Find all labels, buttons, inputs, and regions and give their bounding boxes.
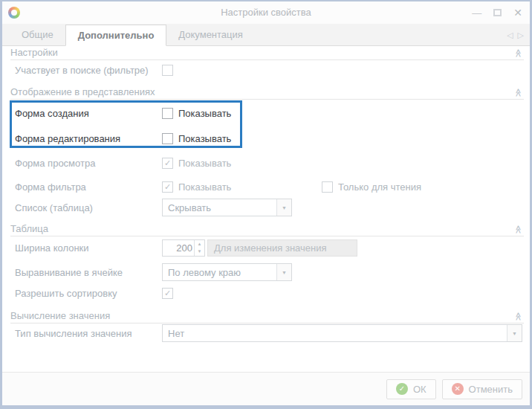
section-title: Вычисление значения — [10, 310, 110, 321]
section-header-table: Таблица ≪ — [10, 223, 524, 236]
collapse-icon[interactable]: ≪ — [514, 225, 524, 234]
row-search-filter: Участвует в поиске (фильтре) — [15, 61, 522, 79]
search-filter-label: Участвует в поиске (фильтре) — [15, 65, 149, 76]
calc-type-label: Тип вычисления значения — [15, 328, 132, 339]
dialog-footer: ✓ ОК ✕ Отменить — [2, 372, 530, 405]
property-settings-dialog: Настройки свойства — ✕ Общие Дополнитель… — [0, 0, 532, 409]
section-header-display: Отображение в представлениях ≪ — [10, 86, 524, 100]
cancel-button[interactable]: ✕ Отменить — [442, 379, 522, 399]
close-icon[interactable]: ✕ — [513, 7, 522, 18]
minimize-icon[interactable]: — — [472, 8, 481, 18]
collapse-icon[interactable]: ≪ — [514, 88, 524, 97]
create-form-checkbox[interactable] — [162, 108, 173, 119]
chevron-down-icon[interactable]: ▼ — [276, 264, 291, 280]
view-form-checkbox-label: Показывать — [178, 158, 231, 169]
filter-form-checkbox[interactable]: ✓ — [162, 181, 173, 193]
dropdown-value: Нет — [163, 328, 507, 339]
row-edit-form: Форма редактирования Показывать — [15, 129, 522, 147]
row-create-form: Форма создания Показывать — [15, 104, 522, 122]
edit-form-label: Форма редактирования — [15, 133, 120, 144]
dropdown-value: Скрывать — [163, 202, 276, 213]
tab-scroll-right-icon[interactable]: ▷ — [518, 30, 524, 40]
row-filter-form: Форма фильтра ✓ Показывать Только для чт… — [15, 178, 522, 196]
readonly-checkbox-label: Только для чтения — [338, 181, 421, 193]
ok-button[interactable]: ✓ ОК — [386, 379, 436, 399]
window-title: Настройки свойства — [2, 1, 530, 24]
allow-sort-label: Разрешить сортировку — [15, 288, 117, 299]
cancel-icon: ✕ — [452, 383, 464, 395]
column-width-spinner[interactable]: 200 ▲ ▼ — [162, 239, 205, 257]
dropdown-value: По левому краю — [163, 267, 276, 278]
collapse-icon[interactable]: ≪ — [514, 312, 524, 321]
check-icon: ✓ — [164, 159, 171, 167]
section-title: Настройки — [10, 47, 58, 58]
row-calc-type: Тип вычисления значения Нет ▼ — [15, 324, 522, 342]
readonly-checkbox[interactable] — [322, 181, 333, 193]
edit-form-checkbox[interactable] — [162, 133, 173, 144]
list-table-dropdown[interactable]: Скрывать ▼ — [162, 199, 292, 216]
collapse-icon[interactable]: ≪ — [514, 49, 524, 58]
tab-documentation[interactable]: Документация — [166, 25, 255, 46]
tab-bar: Общие Дополнительно Документация ◁ ▷ — [2, 24, 530, 46]
row-view-form: Форма просмотра ✓ Показывать — [15, 154, 522, 172]
row-cell-align: Выравнивание в ячейке По левому краю ▼ — [15, 263, 522, 281]
title-bar: Настройки свойства — ✕ — [2, 1, 530, 24]
calc-type-dropdown[interactable]: Нет ▼ — [162, 324, 522, 342]
row-list-table: Список (таблица) Скрывать ▼ — [15, 199, 522, 216]
tab-general[interactable]: Общие — [10, 25, 65, 46]
cell-align-label: Выравнивание в ячейке — [15, 267, 123, 278]
section-header-settings: Настройки ≪ — [10, 47, 524, 60]
view-form-checkbox[interactable]: ✓ — [162, 158, 173, 169]
tab-advanced[interactable]: Дополнительно — [65, 25, 167, 46]
maximize-icon[interactable] — [493, 8, 502, 18]
allow-sort-checkbox[interactable]: ✓ — [162, 288, 173, 299]
dialog-body: Настройки ≪ Участвует в поиске (фильтре)… — [2, 46, 530, 372]
list-table-label: Список (таблица) — [15, 202, 93, 213]
row-column-width: Ширина колонки 200 ▲ ▼ Для изменения зна… — [15, 239, 522, 257]
view-form-label: Форма просмотра — [15, 158, 95, 169]
create-form-checkbox-label: Показывать — [178, 108, 231, 119]
section-title: Таблица — [10, 223, 48, 234]
column-width-value[interactable]: 200 — [163, 240, 194, 256]
edit-form-checkbox-label: Показывать — [178, 133, 231, 144]
chevron-down-icon[interactable]: ▼ — [276, 199, 291, 216]
ok-button-label: ОК — [413, 384, 426, 395]
spinner-up-icon[interactable]: ▲ — [195, 240, 204, 248]
cell-align-dropdown[interactable]: По левому краю ▼ — [162, 263, 292, 281]
check-icon: ✓ — [164, 289, 171, 297]
search-filter-checkbox[interactable] — [162, 65, 173, 76]
spinner-down-icon[interactable]: ▼ — [195, 248, 204, 256]
section-title: Отображение в представлениях — [10, 86, 155, 97]
cancel-button-label: Отменить — [469, 384, 513, 395]
row-allow-sort: Разрешить сортировку ✓ — [15, 284, 522, 302]
tab-scroll-left-icon[interactable]: ◁ — [507, 30, 513, 40]
ok-icon: ✓ — [396, 383, 408, 395]
filter-form-checkbox-label: Показывать — [178, 181, 231, 193]
chevron-down-icon[interactable]: ▼ — [507, 325, 522, 341]
column-width-label: Ширина колонки — [15, 242, 89, 254]
check-icon: ✓ — [164, 183, 171, 191]
filter-form-label: Форма фильтра — [15, 181, 86, 193]
section-header-calculation: Вычисление значения ≪ — [10, 310, 524, 323]
create-form-label: Форма создания — [15, 108, 89, 119]
column-width-hint-field: Для изменения значения — [207, 239, 357, 257]
